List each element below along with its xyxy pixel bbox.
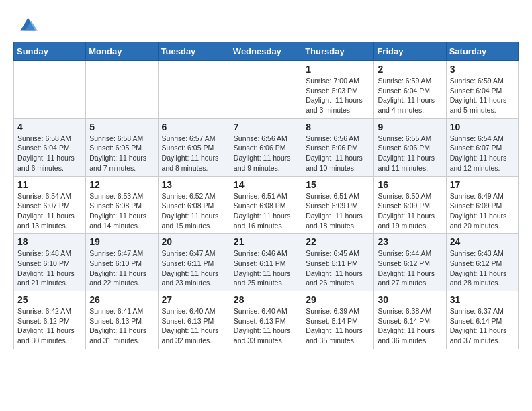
day-cell: 15Sunrise: 6:51 AMSunset: 6:09 PMDayligh… xyxy=(302,176,374,234)
day-number: 23 xyxy=(378,236,442,247)
day-cell: 25Sunrise: 6:42 AMSunset: 6:12 PMDayligh… xyxy=(14,291,86,349)
day-info: Sunrise: 6:53 AMSunset: 6:08 PMDaylight:… xyxy=(89,191,154,231)
day-info: Sunrise: 6:48 AMSunset: 6:10 PMDaylight:… xyxy=(17,248,82,288)
day-number: 7 xyxy=(234,122,298,132)
day-cell: 14Sunrise: 6:51 AMSunset: 6:08 PMDayligh… xyxy=(230,176,302,234)
day-cell: 11Sunrise: 6:54 AMSunset: 6:07 PMDayligh… xyxy=(14,176,86,234)
day-cell xyxy=(14,61,86,119)
week-row-1: 1Sunrise: 7:00 AMSunset: 6:03 PMDaylight… xyxy=(14,61,519,119)
day-number: 4 xyxy=(17,122,82,132)
day-info: Sunrise: 6:40 AMSunset: 6:13 PMDaylight:… xyxy=(162,306,226,346)
day-of-week-monday: Monday xyxy=(86,42,158,61)
day-number: 30 xyxy=(378,294,442,305)
day-cell: 19Sunrise: 6:47 AMSunset: 6:10 PMDayligh… xyxy=(86,234,158,291)
day-cell: 16Sunrise: 6:50 AMSunset: 6:09 PMDayligh… xyxy=(374,176,446,234)
days-of-week-row: SundayMondayTuesdayWednesdayThursdayFrid… xyxy=(14,42,519,61)
day-number: 26 xyxy=(89,294,154,305)
week-row-5: 25Sunrise: 6:42 AMSunset: 6:12 PMDayligh… xyxy=(14,291,519,349)
day-number: 1 xyxy=(306,64,370,75)
day-info: Sunrise: 6:47 AMSunset: 6:11 PMDaylight:… xyxy=(162,248,226,288)
day-of-week-sunday: Sunday xyxy=(14,42,86,61)
day-info: Sunrise: 6:57 AMSunset: 6:05 PMDaylight:… xyxy=(162,134,226,173)
day-number: 9 xyxy=(378,122,442,132)
day-info: Sunrise: 6:58 AMSunset: 6:04 PMDaylight:… xyxy=(17,134,82,173)
day-info: Sunrise: 6:38 AMSunset: 6:14 PMDaylight:… xyxy=(378,306,442,346)
day-cell: 1Sunrise: 7:00 AMSunset: 6:03 PMDaylight… xyxy=(302,61,374,119)
day-cell: 13Sunrise: 6:52 AMSunset: 6:08 PMDayligh… xyxy=(158,176,230,234)
week-row-3: 11Sunrise: 6:54 AMSunset: 6:07 PMDayligh… xyxy=(14,176,519,234)
calendar-body: 1Sunrise: 7:00 AMSunset: 6:03 PMDaylight… xyxy=(14,61,519,349)
day-number: 14 xyxy=(234,179,298,190)
day-number: 29 xyxy=(306,294,370,305)
day-cell: 24Sunrise: 6:43 AMSunset: 6:12 PMDayligh… xyxy=(446,234,518,291)
day-cell xyxy=(158,61,230,119)
day-cell: 8Sunrise: 6:56 AMSunset: 6:06 PMDaylight… xyxy=(302,118,374,176)
day-cell: 5Sunrise: 6:58 AMSunset: 6:05 PMDaylight… xyxy=(86,118,158,176)
day-info: Sunrise: 6:59 AMSunset: 6:04 PMDaylight:… xyxy=(450,76,515,116)
day-info: Sunrise: 6:54 AMSunset: 6:07 PMDaylight:… xyxy=(450,134,515,173)
day-cell: 30Sunrise: 6:38 AMSunset: 6:14 PMDayligh… xyxy=(374,291,446,349)
logo-icon xyxy=(16,13,38,35)
day-of-week-wednesday: Wednesday xyxy=(230,42,302,61)
day-number: 27 xyxy=(162,294,226,305)
day-info: Sunrise: 6:42 AMSunset: 6:12 PMDaylight:… xyxy=(17,306,82,346)
day-cell: 21Sunrise: 6:46 AMSunset: 6:11 PMDayligh… xyxy=(230,234,302,291)
day-info: Sunrise: 6:40 AMSunset: 6:13 PMDaylight:… xyxy=(234,306,298,346)
day-info: Sunrise: 6:58 AMSunset: 6:05 PMDaylight:… xyxy=(89,134,154,173)
logo xyxy=(13,13,38,35)
day-info: Sunrise: 7:00 AMSunset: 6:03 PMDaylight:… xyxy=(306,76,370,116)
day-cell: 10Sunrise: 6:54 AMSunset: 6:07 PMDayligh… xyxy=(446,118,518,176)
day-info: Sunrise: 6:37 AMSunset: 6:14 PMDaylight:… xyxy=(450,306,515,346)
day-number: 6 xyxy=(162,122,226,132)
day-info: Sunrise: 6:49 AMSunset: 6:09 PMDaylight:… xyxy=(450,191,515,231)
day-info: Sunrise: 6:55 AMSunset: 6:06 PMDaylight:… xyxy=(378,134,442,173)
day-info: Sunrise: 6:45 AMSunset: 6:11 PMDaylight:… xyxy=(306,248,370,288)
day-of-week-friday: Friday xyxy=(374,42,446,61)
week-row-4: 18Sunrise: 6:48 AMSunset: 6:10 PMDayligh… xyxy=(14,234,519,291)
day-cell: 18Sunrise: 6:48 AMSunset: 6:10 PMDayligh… xyxy=(14,234,86,291)
day-info: Sunrise: 6:39 AMSunset: 6:14 PMDaylight:… xyxy=(306,306,370,346)
day-number: 5 xyxy=(89,122,154,132)
day-cell: 12Sunrise: 6:53 AMSunset: 6:08 PMDayligh… xyxy=(86,176,158,234)
day-info: Sunrise: 6:41 AMSunset: 6:13 PMDaylight:… xyxy=(89,306,154,346)
day-number: 25 xyxy=(17,294,82,305)
day-cell: 26Sunrise: 6:41 AMSunset: 6:13 PMDayligh… xyxy=(86,291,158,349)
day-number: 22 xyxy=(306,236,370,247)
day-of-week-thursday: Thursday xyxy=(302,42,374,61)
calendar: SundayMondayTuesdayWednesdayThursdayFrid… xyxy=(13,42,519,349)
day-number: 24 xyxy=(450,236,515,247)
day-number: 16 xyxy=(378,179,442,190)
week-row-2: 4Sunrise: 6:58 AMSunset: 6:04 PMDaylight… xyxy=(14,118,519,176)
day-cell: 7Sunrise: 6:56 AMSunset: 6:06 PMDaylight… xyxy=(230,118,302,176)
day-number: 19 xyxy=(89,236,154,247)
day-number: 12 xyxy=(89,179,154,190)
day-info: Sunrise: 6:56 AMSunset: 6:06 PMDaylight:… xyxy=(234,134,298,173)
day-cell: 17Sunrise: 6:49 AMSunset: 6:09 PMDayligh… xyxy=(446,176,518,234)
day-cell: 22Sunrise: 6:45 AMSunset: 6:11 PMDayligh… xyxy=(302,234,374,291)
day-of-week-tuesday: Tuesday xyxy=(158,42,230,61)
day-cell: 3Sunrise: 6:59 AMSunset: 6:04 PMDaylight… xyxy=(446,61,518,119)
day-number: 3 xyxy=(450,64,515,75)
day-cell: 23Sunrise: 6:44 AMSunset: 6:12 PMDayligh… xyxy=(374,234,446,291)
day-info: Sunrise: 6:47 AMSunset: 6:10 PMDaylight:… xyxy=(89,248,154,288)
day-number: 8 xyxy=(306,122,370,132)
day-info: Sunrise: 6:51 AMSunset: 6:09 PMDaylight:… xyxy=(306,191,370,231)
day-cell: 9Sunrise: 6:55 AMSunset: 6:06 PMDaylight… xyxy=(374,118,446,176)
day-info: Sunrise: 6:54 AMSunset: 6:07 PMDaylight:… xyxy=(17,191,82,231)
page-header xyxy=(13,13,519,35)
day-info: Sunrise: 6:59 AMSunset: 6:04 PMDaylight:… xyxy=(378,76,442,116)
day-info: Sunrise: 6:43 AMSunset: 6:12 PMDaylight:… xyxy=(450,248,515,288)
day-number: 17 xyxy=(450,179,515,190)
day-number: 10 xyxy=(450,122,515,132)
day-number: 20 xyxy=(162,236,226,247)
day-number: 15 xyxy=(306,179,370,190)
day-cell: 29Sunrise: 6:39 AMSunset: 6:14 PMDayligh… xyxy=(302,291,374,349)
day-info: Sunrise: 6:50 AMSunset: 6:09 PMDaylight:… xyxy=(378,191,442,231)
day-number: 13 xyxy=(162,179,226,190)
day-number: 11 xyxy=(17,179,82,190)
day-cell: 20Sunrise: 6:47 AMSunset: 6:11 PMDayligh… xyxy=(158,234,230,291)
day-info: Sunrise: 6:44 AMSunset: 6:12 PMDaylight:… xyxy=(378,248,442,288)
day-cell: 31Sunrise: 6:37 AMSunset: 6:14 PMDayligh… xyxy=(446,291,518,349)
day-cell: 27Sunrise: 6:40 AMSunset: 6:13 PMDayligh… xyxy=(158,291,230,349)
day-of-week-saturday: Saturday xyxy=(446,42,518,61)
